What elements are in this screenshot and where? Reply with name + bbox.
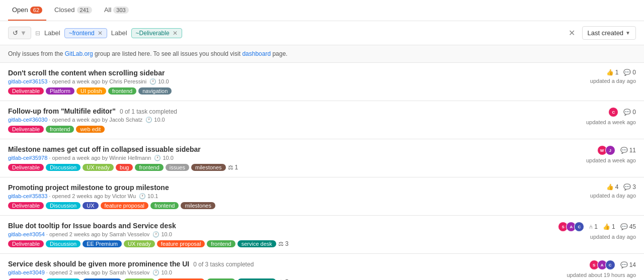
filter-chip-deliverable-label: ~Deliverable — [136, 30, 170, 37]
label-badge[interactable]: UX ready — [124, 240, 155, 247]
label-badge[interactable]: UX — [83, 202, 98, 209]
label-badge[interactable]: frontend — [46, 126, 74, 133]
label-badge[interactable]: milestones — [181, 202, 215, 209]
sort-label: Last created — [588, 29, 624, 37]
issue-ref[interactable]: gitlab-ce#36030 — [8, 117, 47, 123]
label-badge[interactable]: UI polish — [76, 87, 106, 95]
tab-open-count: 62 — [30, 7, 42, 14]
thumbs-stat: 👍 1 — [603, 223, 615, 230]
issue-avatars: SAC — [558, 222, 584, 232]
issue-stats: C💬 0 — [608, 107, 636, 117]
thumbs-count: 1 — [615, 69, 619, 76]
filter-funnel-icon: ⊟ — [35, 30, 40, 37]
filter-chip-frontend-label: ~frontend — [69, 30, 95, 37]
tab-open-label: Open — [12, 6, 28, 14]
label-badge[interactable]: web edit — [76, 126, 105, 133]
issue-meta: gitlab-ce#36030 · opened a week ago by J… — [8, 117, 541, 123]
issue-stats: SAC💬 14 — [589, 260, 636, 270]
label-badge[interactable]: Discussion — [46, 164, 80, 171]
label-badge[interactable]: navigation — [138, 87, 172, 95]
comment-icon: 💬 — [623, 183, 631, 191]
filter-chip-frontend-close[interactable]: ✕ — [98, 30, 103, 37]
label-badge[interactable]: issues — [166, 164, 189, 171]
gitlab-org-link[interactable]: GitLab.org — [65, 50, 93, 57]
issue-title[interactable]: Blue dot tooltip for Issue boards and Se… — [8, 222, 541, 230]
comment-count: 0 — [632, 69, 636, 76]
tab-closed[interactable]: Closed 241 — [50, 0, 96, 21]
label-badge[interactable]: frontend — [150, 202, 179, 209]
dashboard-link[interactable]: dashboard — [242, 50, 271, 57]
label-badge[interactable]: Deliverable — [8, 240, 44, 247]
info-text: Only issues from the — [8, 50, 65, 57]
scale-count: 1 — [235, 164, 238, 171]
label2-prefix: Label — [111, 29, 127, 37]
filter-chip-deliverable-close[interactable]: ✕ — [173, 30, 178, 37]
issue-right: 👍 1💬 0 updated a day ago — [545, 69, 636, 84]
issue-main: Follow-up from "Multifile editor"0 of 1 … — [8, 107, 541, 133]
issue-updated: updated a week ago — [586, 119, 636, 125]
issue-right: SAC💬 14 updated about 19 hours ago — [545, 260, 636, 278]
issue-title[interactable]: Service desk should be given more promin… — [8, 260, 541, 268]
merge-count: 1 — [594, 223, 598, 230]
issue-meta: gitlab-ee#3049 · opened 2 weeks ago by S… — [8, 269, 541, 276]
thumbs-stat: 👍 1 — [606, 69, 619, 76]
label-badge[interactable]: frontend — [135, 164, 163, 171]
issue-title[interactable]: Don't scroll the content when scrolling … — [8, 69, 541, 77]
comment-stat: 💬 45 — [620, 223, 636, 230]
issue-main: Blue dot tooltip for Issue boards and Se… — [8, 222, 541, 247]
label-badge[interactable]: service desk — [237, 240, 276, 247]
issue-avatars: WJ — [597, 145, 615, 155]
comment-icon: 💬 — [623, 109, 631, 116]
label-badge[interactable]: Deliverable — [8, 126, 44, 133]
issue-ref[interactable]: gitlab-ce#35978 — [8, 155, 47, 161]
issue-labels: DeliverablePlatformUI polishfrontendnavi… — [8, 87, 541, 95]
thumbs-icon: 👍 — [606, 183, 614, 191]
label-badge[interactable]: frontend — [108, 87, 136, 95]
filter-reset-button[interactable]: ↺ ▼ — [8, 27, 31, 39]
comment-icon: 💬 — [620, 223, 628, 230]
scale-count: 3 — [285, 240, 289, 247]
scale-stat: ⚖ 1 — [228, 164, 238, 171]
tab-all[interactable]: All 303 — [100, 0, 133, 21]
issue-ref[interactable]: gitlab-ee#3049 — [8, 269, 45, 275]
thumbs-stat: 👍 4 — [606, 183, 619, 191]
issue-title[interactable]: Promoting project milestone to group mil… — [8, 183, 541, 192]
issue-right: C💬 0 updated a week ago — [545, 107, 636, 125]
list-item: Milestone names get cut off in collapsed… — [0, 139, 644, 177]
issue-stats: 👍 4💬 3 — [606, 183, 636, 191]
label-badge[interactable]: bug — [116, 164, 133, 171]
comment-count: 0 — [632, 109, 636, 116]
label-badge[interactable]: feature proposal — [157, 240, 205, 247]
issue-ref[interactable]: gitlab-ee#3054 — [8, 231, 45, 237]
issue-ref[interactable]: gitlab-ce#35833 — [8, 193, 47, 199]
label-badge[interactable]: Discussion — [46, 240, 80, 247]
label-badge[interactable]: Deliverable — [8, 87, 44, 95]
issue-stats: 👍 1💬 0 — [606, 69, 636, 76]
issue-title[interactable]: Milestone names get cut off in collapsed… — [8, 145, 541, 153]
comment-icon: 💬 — [623, 69, 631, 76]
label-badge[interactable]: Platform — [46, 87, 74, 95]
issue-title[interactable]: Follow-up from "Multifile editor"0 of 1 … — [8, 107, 541, 115]
label-badge[interactable]: Deliverable — [8, 164, 44, 171]
label-badge[interactable]: EE Premium — [83, 240, 122, 247]
sort-dropdown[interactable]: Last created ▼ — [582, 26, 636, 40]
filter-chip-frontend[interactable]: ~frontend ✕ — [64, 28, 107, 38]
issue-ref[interactable]: gitlab-ce#36153 — [8, 78, 47, 84]
label-badge[interactable]: Deliverable — [8, 202, 44, 209]
label-badge[interactable]: UX ready — [83, 164, 114, 171]
tab-closed-label: Closed — [54, 6, 74, 14]
issue-stats: WJ💬 11 — [597, 145, 636, 155]
issue-right: SAC⑃ 1👍 1💬 45 updated a day ago — [545, 222, 636, 240]
label-badge[interactable]: feature proposal — [101, 202, 149, 209]
filter-clear-button[interactable]: ✕ — [566, 27, 578, 39]
label-badge[interactable]: frontend — [207, 240, 235, 247]
issue-avatars: C — [608, 107, 618, 117]
merge-stat: ⑃ 1 — [589, 223, 598, 230]
issue-meta: gitlab-ce#35978 · opened a week ago by W… — [8, 155, 541, 161]
issue-stats: SAC⑃ 1👍 1💬 45 — [558, 222, 636, 232]
issue-right: 👍 4💬 3 updated a day ago — [545, 183, 636, 199]
tab-open[interactable]: Open 62 — [8, 0, 46, 21]
label-badge[interactable]: Discussion — [46, 202, 80, 209]
filter-chip-deliverable[interactable]: ~Deliverable ✕ — [131, 28, 182, 38]
label-badge[interactable]: milestones — [191, 164, 226, 171]
